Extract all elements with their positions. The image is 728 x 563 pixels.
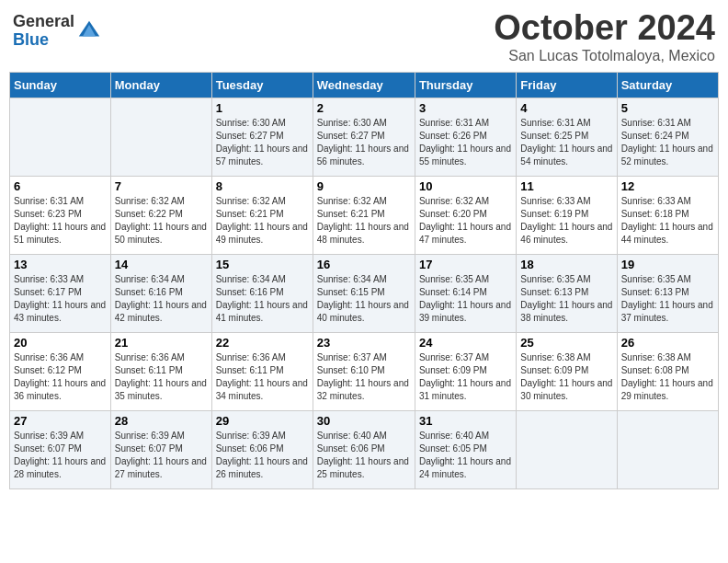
header-thursday: Thursday xyxy=(415,72,516,98)
day-info: Sunrise: 6:37 AM Sunset: 6:09 PM Dayligh… xyxy=(419,351,512,403)
month-title: October 2024 xyxy=(494,9,715,48)
day-number: 24 xyxy=(419,336,512,350)
day-info: Sunrise: 6:31 AM Sunset: 6:25 PM Dayligh… xyxy=(520,117,612,168)
calendar-cell: 6Sunrise: 6:31 AM Sunset: 6:23 PM Daylig… xyxy=(10,176,111,254)
calendar-body: 1Sunrise: 6:30 AM Sunset: 6:27 PM Daylig… xyxy=(10,98,719,488)
calendar-cell xyxy=(517,410,617,488)
calendar-cell: 8Sunrise: 6:32 AM Sunset: 6:21 PM Daylig… xyxy=(211,176,313,254)
calendar-cell: 25Sunrise: 6:38 AM Sunset: 6:09 PM Dayli… xyxy=(517,332,617,410)
calendar-cell: 3Sunrise: 6:31 AM Sunset: 6:26 PM Daylig… xyxy=(415,98,516,176)
location-subtitle: San Lucas Totolmaloya, Mexico xyxy=(494,48,715,64)
day-number: 14 xyxy=(115,258,208,271)
day-number: 23 xyxy=(317,336,411,350)
week-row-2: 6Sunrise: 6:31 AM Sunset: 6:23 PM Daylig… xyxy=(10,176,719,254)
day-number: 16 xyxy=(317,258,411,271)
day-info: Sunrise: 6:34 AM Sunset: 6:16 PM Dayligh… xyxy=(115,273,208,325)
day-info: Sunrise: 6:37 AM Sunset: 6:10 PM Dayligh… xyxy=(317,351,411,403)
header-tuesday: Tuesday xyxy=(211,72,313,98)
calendar-cell: 19Sunrise: 6:35 AM Sunset: 6:13 PM Dayli… xyxy=(617,254,718,332)
calendar-cell: 21Sunrise: 6:36 AM Sunset: 6:11 PM Dayli… xyxy=(110,332,211,410)
day-info: Sunrise: 6:33 AM Sunset: 6:18 PM Dayligh… xyxy=(621,195,714,247)
calendar-cell: 15Sunrise: 6:34 AM Sunset: 6:16 PM Dayli… xyxy=(211,254,313,332)
day-number: 25 xyxy=(520,336,612,350)
day-info: Sunrise: 6:35 AM Sunset: 6:13 PM Dayligh… xyxy=(621,273,714,325)
calendar-cell: 30Sunrise: 6:40 AM Sunset: 6:06 PM Dayli… xyxy=(313,410,415,488)
calendar-cell: 26Sunrise: 6:38 AM Sunset: 6:08 PM Dayli… xyxy=(617,332,718,410)
day-info: Sunrise: 6:33 AM Sunset: 6:17 PM Dayligh… xyxy=(14,273,107,325)
calendar-cell: 28Sunrise: 6:39 AM Sunset: 6:07 PM Dayli… xyxy=(110,410,211,488)
day-info: Sunrise: 6:36 AM Sunset: 6:12 PM Dayligh… xyxy=(14,351,107,403)
day-info: Sunrise: 6:32 AM Sunset: 6:20 PM Dayligh… xyxy=(419,195,512,247)
title-section: October 2024 San Lucas Totolmaloya, Mexi… xyxy=(494,9,715,64)
calendar-cell: 11Sunrise: 6:33 AM Sunset: 6:19 PM Dayli… xyxy=(517,176,617,254)
calendar-cell: 9Sunrise: 6:32 AM Sunset: 6:21 PM Daylig… xyxy=(313,176,415,254)
day-info: Sunrise: 6:31 AM Sunset: 6:23 PM Dayligh… xyxy=(14,195,107,247)
day-info: Sunrise: 6:30 AM Sunset: 6:27 PM Dayligh… xyxy=(216,117,309,168)
header-saturday: Saturday xyxy=(617,72,718,98)
calendar-cell xyxy=(617,410,718,488)
week-row-5: 27Sunrise: 6:39 AM Sunset: 6:07 PM Dayli… xyxy=(10,410,719,488)
logo-blue: Blue xyxy=(13,31,74,50)
day-info: Sunrise: 6:31 AM Sunset: 6:24 PM Dayligh… xyxy=(621,117,714,168)
calendar-header: SundayMondayTuesdayWednesdayThursdayFrid… xyxy=(10,72,719,98)
calendar-cell: 7Sunrise: 6:32 AM Sunset: 6:22 PM Daylig… xyxy=(110,176,211,254)
calendar-cell: 20Sunrise: 6:36 AM Sunset: 6:12 PM Dayli… xyxy=(10,332,111,410)
day-number: 22 xyxy=(216,336,309,350)
header-wednesday: Wednesday xyxy=(313,72,415,98)
day-number: 29 xyxy=(216,414,309,428)
calendar-cell: 18Sunrise: 6:35 AM Sunset: 6:13 PM Dayli… xyxy=(517,254,617,332)
logo-icon xyxy=(76,18,102,44)
day-info: Sunrise: 6:32 AM Sunset: 6:21 PM Dayligh… xyxy=(216,195,309,247)
day-number: 19 xyxy=(621,258,714,271)
day-info: Sunrise: 6:38 AM Sunset: 6:08 PM Dayligh… xyxy=(621,351,714,403)
calendar-cell: 23Sunrise: 6:37 AM Sunset: 6:10 PM Dayli… xyxy=(313,332,415,410)
day-number: 8 xyxy=(216,179,309,193)
calendar-cell: 27Sunrise: 6:39 AM Sunset: 6:07 PM Dayli… xyxy=(10,410,111,488)
header-friday: Friday xyxy=(517,72,617,98)
day-number: 7 xyxy=(115,179,208,193)
calendar-cell xyxy=(110,98,211,176)
day-number: 3 xyxy=(419,101,512,115)
day-number: 31 xyxy=(419,414,512,428)
day-info: Sunrise: 6:36 AM Sunset: 6:11 PM Dayligh… xyxy=(216,351,309,403)
calendar-cell: 16Sunrise: 6:34 AM Sunset: 6:15 PM Dayli… xyxy=(313,254,415,332)
calendar-cell: 31Sunrise: 6:40 AM Sunset: 6:05 PM Dayli… xyxy=(415,410,516,488)
header-row: SundayMondayTuesdayWednesdayThursdayFrid… xyxy=(10,72,719,98)
day-number: 21 xyxy=(115,336,208,350)
calendar-cell: 4Sunrise: 6:31 AM Sunset: 6:25 PM Daylig… xyxy=(517,98,617,176)
header-sunday: Sunday xyxy=(10,72,111,98)
day-number: 9 xyxy=(317,179,411,193)
header-monday: Monday xyxy=(110,72,211,98)
calendar-cell: 17Sunrise: 6:35 AM Sunset: 6:14 PM Dayli… xyxy=(415,254,516,332)
day-number: 15 xyxy=(216,258,309,271)
day-info: Sunrise: 6:31 AM Sunset: 6:26 PM Dayligh… xyxy=(419,117,512,168)
day-info: Sunrise: 6:33 AM Sunset: 6:19 PM Dayligh… xyxy=(520,195,612,247)
day-info: Sunrise: 6:38 AM Sunset: 6:09 PM Dayligh… xyxy=(520,351,612,403)
calendar-cell: 24Sunrise: 6:37 AM Sunset: 6:09 PM Dayli… xyxy=(415,332,516,410)
day-info: Sunrise: 6:32 AM Sunset: 6:22 PM Dayligh… xyxy=(115,195,208,247)
calendar-cell: 29Sunrise: 6:39 AM Sunset: 6:06 PM Dayli… xyxy=(211,410,313,488)
day-number: 17 xyxy=(419,258,512,271)
calendar-cell: 14Sunrise: 6:34 AM Sunset: 6:16 PM Dayli… xyxy=(110,254,211,332)
day-info: Sunrise: 6:39 AM Sunset: 6:07 PM Dayligh… xyxy=(14,430,107,481)
day-info: Sunrise: 6:40 AM Sunset: 6:05 PM Dayligh… xyxy=(419,430,512,481)
calendar-cell: 1Sunrise: 6:30 AM Sunset: 6:27 PM Daylig… xyxy=(211,98,313,176)
calendar-cell: 5Sunrise: 6:31 AM Sunset: 6:24 PM Daylig… xyxy=(617,98,718,176)
logo-general: General xyxy=(13,13,74,31)
calendar-cell: 12Sunrise: 6:33 AM Sunset: 6:18 PM Dayli… xyxy=(617,176,718,254)
day-number: 11 xyxy=(520,179,612,193)
day-number: 27 xyxy=(14,414,107,428)
day-number: 2 xyxy=(317,101,411,115)
week-row-1: 1Sunrise: 6:30 AM Sunset: 6:27 PM Daylig… xyxy=(10,98,719,176)
day-number: 13 xyxy=(14,258,107,271)
day-info: Sunrise: 6:30 AM Sunset: 6:27 PM Dayligh… xyxy=(317,117,411,168)
day-info: Sunrise: 6:32 AM Sunset: 6:21 PM Dayligh… xyxy=(317,195,411,247)
day-info: Sunrise: 6:40 AM Sunset: 6:06 PM Dayligh… xyxy=(317,430,411,481)
calendar-cell: 13Sunrise: 6:33 AM Sunset: 6:17 PM Dayli… xyxy=(10,254,111,332)
day-number: 6 xyxy=(14,179,107,193)
page-header: General Blue October 2024 San Lucas Toto… xyxy=(9,9,719,64)
calendar-table: SundayMondayTuesdayWednesdayThursdayFrid… xyxy=(9,72,719,489)
logo: General Blue xyxy=(13,13,102,50)
calendar-cell: 2Sunrise: 6:30 AM Sunset: 6:27 PM Daylig… xyxy=(313,98,415,176)
day-number: 5 xyxy=(621,101,714,115)
